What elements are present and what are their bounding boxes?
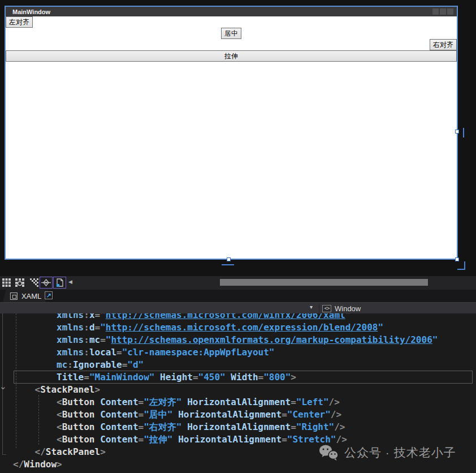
element-breadcrumb-label: Window: [335, 304, 361, 313]
preview-chrome-buttons: [432, 8, 457, 15]
outline-collapse-chevron-icon[interactable]: ⌄: [0, 381, 7, 392]
resize-grip-corner-h: [457, 269, 465, 270]
chevron-down-icon[interactable]: ▾: [310, 304, 313, 310]
stackpanel-artboard[interactable]: 左对齐居中右对齐拉伸: [6, 16, 457, 259]
designer-horizontal-scrollbar[interactable]: [220, 279, 428, 286]
xml-element-icon: <>: [322, 305, 331, 312]
wpf-button-center[interactable]: 居中: [221, 28, 241, 39]
wpf-button-stretch[interactable]: 拉伸: [6, 50, 457, 62]
preview-titlebar: MainWindow: [6, 7, 457, 16]
show-grid-icon[interactable]: [2, 278, 11, 287]
xaml-doc-icon: [10, 293, 18, 300]
editor-tab-row: XAML ↗: [0, 290, 476, 302]
minimize-placeholder-icon: [432, 8, 439, 15]
code-line[interactable]: Title="MainWindow" Height="450" Width="8…: [13, 371, 438, 384]
code-line[interactable]: xmlns:mc="http://schemas.openxmlformats.…: [13, 334, 438, 346]
designer-toolbar: ◀: [0, 276, 476, 290]
wechat-icon: [318, 444, 339, 461]
resize-handle-corner[interactable]: [455, 257, 459, 261]
project-code-toggle[interactable]: [53, 277, 66, 289]
watermark: 公众号 · 技术老小子: [318, 444, 456, 461]
snaplines-icon: [41, 278, 51, 287]
wpf-button-left[interactable]: 左对齐: [6, 16, 33, 28]
snaplines-toggle[interactable]: [40, 277, 53, 289]
code-line[interactable]: xmlns:d="http://schemas.microsoft.com/ex…: [13, 321, 438, 334]
wpf-button-right[interactable]: 右对齐: [430, 39, 457, 50]
code-line[interactable]: <Button Content="左对齐" HorizontalAlignmen…: [13, 396, 438, 408]
snap-grid-icon[interactable]: [30, 278, 39, 287]
code-line[interactable]: mc:Ignorable="d": [13, 359, 438, 371]
vs-xaml-designer-screen: MainWindow 左对齐居中右对齐拉伸: [0, 0, 476, 473]
xaml-tab-label: XAML: [21, 292, 41, 300]
designer-surface[interactable]: MainWindow 左对齐居中右对齐拉伸: [0, 0, 476, 276]
code-line[interactable]: xmlns:local="clr-namespace:AppWpfLayout": [13, 346, 438, 359]
resize-grip-bottom: [222, 264, 234, 265]
collapse-arrow-icon[interactable]: ◀: [68, 279, 72, 285]
element-breadcrumb[interactable]: <> Window: [322, 303, 361, 314]
popout-window-icon[interactable]: ↗: [45, 291, 53, 299]
grid-settings-icon[interactable]: [15, 278, 24, 287]
resize-handle-bottom[interactable]: [227, 257, 231, 261]
code-line[interactable]: <Button Content="右对齐" HorizontalAlignmen…: [13, 421, 438, 433]
document-refresh-icon: [56, 278, 64, 287]
element-navigator-bar: ▾ <> Window: [0, 302, 476, 313]
tab-xaml[interactable]: XAML: [3, 290, 49, 302]
maximize-placeholder-icon: [440, 8, 446, 15]
preview-window-title: MainWindow: [6, 8, 50, 15]
close-placeholder-icon: [447, 8, 453, 15]
resize-grip-right: [463, 128, 464, 137]
code-line[interactable]: <Button Content="居中" HorizontalAlignment…: [13, 408, 438, 421]
design-preview-window[interactable]: MainWindow 左对齐居中右对齐拉伸: [5, 6, 458, 260]
navigator-divider: [319, 304, 319, 313]
code-line[interactable]: <StackPanel>: [13, 384, 438, 396]
block-structure-foot: [2, 454, 6, 455]
watermark-text: 公众号 · 技术老小子: [344, 445, 456, 461]
resize-handle-right[interactable]: [455, 130, 459, 134]
